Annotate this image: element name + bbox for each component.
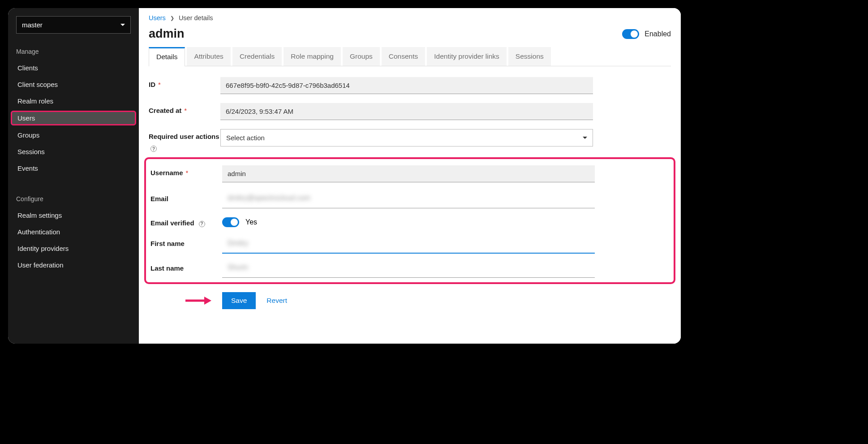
sidebar-item-client-scopes[interactable]: Client scopes xyxy=(8,76,139,93)
id-value: 667e8f95-b9f0-42c5-9d87-c796b3ad6514 xyxy=(220,77,593,94)
sidebar-item-realm-roles[interactable]: Realm roles xyxy=(8,93,139,109)
realm-selector[interactable]: master xyxy=(16,16,131,34)
breadcrumb-current: User details xyxy=(179,14,213,22)
nav-section-manage: Manage xyxy=(8,42,139,60)
tab-role-mapping[interactable]: Role mapping xyxy=(284,47,341,66)
realm-selector-value: master xyxy=(22,21,43,29)
highlighted-form-section: Username * admin Email dmitry@spectroclo… xyxy=(144,157,675,284)
help-icon[interactable]: ? xyxy=(199,221,205,227)
email-field[interactable] xyxy=(222,191,595,208)
last-name-field[interactable] xyxy=(222,261,595,278)
app-frame: master Manage Clients Client scopes Real… xyxy=(8,8,681,344)
tab-consents[interactable]: Consents xyxy=(382,47,425,66)
email-verified-label: Email verified xyxy=(150,219,194,227)
sidebar-item-groups[interactable]: Groups xyxy=(8,127,139,143)
required-actions-label: Required user actions xyxy=(149,133,219,140)
page-title: admin xyxy=(149,27,185,41)
sidebar-item-identity-providers[interactable]: Identity providers xyxy=(8,240,139,257)
main-content: Users ❯ User details admin Enabled Detai… xyxy=(139,8,681,344)
email-verified-value: Yes xyxy=(245,218,257,226)
tab-attributes[interactable]: Attributes xyxy=(187,47,230,66)
save-button[interactable]: Save xyxy=(222,292,256,309)
tab-details[interactable]: Details xyxy=(149,47,185,66)
details-form: ID * 667e8f95-b9f0-42c5-9d87-c796b3ad651… xyxy=(139,66,681,344)
chevron-right-icon: ❯ xyxy=(170,15,174,21)
tab-sessions[interactable]: Sessions xyxy=(508,47,551,66)
last-name-label: Last name xyxy=(150,264,184,272)
first-name-label: First name xyxy=(150,240,185,247)
tab-identity-provider-links[interactable]: Identity provider links xyxy=(427,47,507,66)
required-actions-placeholder: Select action xyxy=(226,134,265,142)
required-actions-select[interactable]: Select action xyxy=(220,129,593,147)
sidebar-item-user-federation[interactable]: User federation xyxy=(8,257,139,273)
sidebar: master Manage Clients Client scopes Real… xyxy=(8,8,139,344)
sidebar-item-events[interactable]: Events xyxy=(8,160,139,177)
enabled-label: Enabled xyxy=(645,30,671,38)
chevron-down-icon xyxy=(583,137,587,139)
tab-credentials[interactable]: Credentials xyxy=(232,47,282,66)
breadcrumb: Users ❯ User details xyxy=(139,8,681,25)
sidebar-item-clients[interactable]: Clients xyxy=(8,60,139,76)
sidebar-item-realm-settings[interactable]: Realm settings xyxy=(8,207,139,224)
nav-section-configure: Configure xyxy=(8,189,139,207)
sidebar-item-authentication[interactable]: Authentication xyxy=(8,224,139,240)
sidebar-item-sessions[interactable]: Sessions xyxy=(8,143,139,160)
email-verified-toggle[interactable] xyxy=(222,217,239,227)
first-name-field[interactable] xyxy=(222,236,595,254)
sidebar-item-users[interactable]: Users xyxy=(11,111,136,125)
required-indicator: * xyxy=(184,107,187,114)
enabled-toggle[interactable] xyxy=(622,29,639,39)
created-at-label: Created at xyxy=(149,107,181,114)
created-at-value: 6/24/2023, 9:53:47 AM xyxy=(220,103,593,120)
required-indicator: * xyxy=(186,169,189,177)
tab-groups[interactable]: Groups xyxy=(343,47,380,66)
revert-button[interactable]: Revert xyxy=(266,297,287,305)
arrow-annotation-icon xyxy=(185,296,211,306)
tabs: Details Attributes Credentials Role mapp… xyxy=(149,47,671,66)
help-icon[interactable]: ? xyxy=(150,146,157,152)
breadcrumb-users-link[interactable]: Users xyxy=(149,14,166,22)
username-field[interactable]: admin xyxy=(222,165,595,182)
id-label: ID xyxy=(149,81,155,88)
email-label: Email xyxy=(150,195,168,203)
required-indicator: * xyxy=(158,81,161,88)
svg-marker-1 xyxy=(204,297,211,305)
chevron-down-icon xyxy=(120,24,125,26)
username-label: Username xyxy=(150,169,183,177)
